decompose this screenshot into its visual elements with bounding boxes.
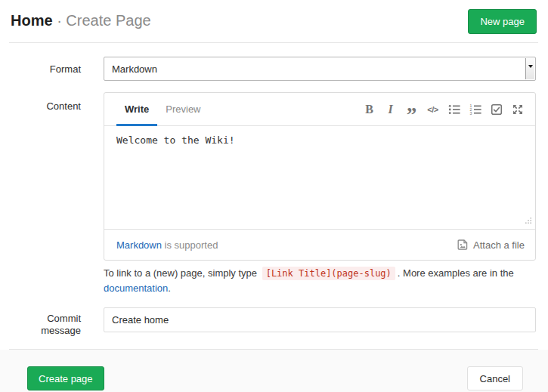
quote-icon[interactable]: ” [404, 104, 419, 125]
italic-icon[interactable]: I [383, 99, 398, 120]
markdown-supported-text: Markdown is supported [116, 239, 218, 251]
page-title: Home [11, 12, 53, 29]
bold-icon[interactable]: B [362, 99, 376, 120]
attach-file-button[interactable]: Attach a file [457, 239, 525, 251]
breadcrumb-separator: · [53, 12, 67, 29]
numbered-list-icon[interactable]: 1 2 3 [468, 99, 482, 120]
commit-message-input[interactable] [104, 307, 536, 332]
footer-divider [9, 349, 538, 350]
documentation-link[interactable]: documentation [104, 282, 168, 294]
resize-grip-icon[interactable] [525, 214, 532, 227]
attach-file-label: Attach a file [473, 239, 525, 251]
bulleted-list-icon[interactable] [447, 99, 461, 120]
markdown-link[interactable]: Markdown [116, 239, 162, 251]
help-period: . [168, 282, 171, 294]
markdown-editor: Write Preview B I ” </> 1 2 [104, 92, 536, 261]
fullscreen-icon[interactable] [510, 99, 525, 120]
task-list-icon[interactable] [489, 99, 503, 120]
create-page-button[interactable]: Create page [27, 366, 104, 390]
select-dropdown-strip[interactable] [525, 58, 534, 79]
tab-preview[interactable]: Preview [157, 93, 209, 125]
code-icon[interactable]: </> [426, 99, 440, 120]
editor-footer: Markdown is supported Attach a file [104, 229, 535, 260]
new-page-button[interactable]: New page [468, 9, 537, 34]
breadcrumb: Home · Create Page [11, 10, 151, 31]
supported-label: is supported [162, 239, 218, 251]
link-syntax-code: [Link Title](page-slug) [262, 267, 395, 280]
content-textarea[interactable]: Welcome to the Wiki! [104, 126, 535, 229]
header-divider [9, 42, 538, 43]
help-after-code: . More examples are in the [398, 267, 514, 279]
toolbar-spacer [209, 93, 362, 125]
breadcrumb-current: Create Page [66, 12, 150, 29]
help-before-code: To link to a (new) page, simply type [104, 267, 260, 279]
tab-write[interactable]: Write [116, 93, 157, 125]
format-label: Format [0, 63, 81, 76]
editor-body: Welcome to the Wiki! [104, 126, 535, 229]
attach-image-icon [457, 239, 469, 251]
chevron-down-icon [528, 65, 533, 68]
wiki-help-text: To link to a (new) page, simply type [Li… [104, 266, 542, 296]
commit-message-label: Commit message [31, 313, 81, 337]
format-selected-value: Markdown [112, 63, 157, 75]
editor-toolbar: Write Preview B I ” </> 1 2 [104, 93, 535, 126]
cancel-button[interactable]: Cancel [467, 366, 523, 390]
content-label: Content [0, 100, 81, 113]
format-select[interactable]: Markdown [104, 57, 536, 81]
formatting-toolbar: B I ” </> 1 2 3 [362, 93, 525, 125]
svg-text:3: 3 [469, 111, 472, 116]
